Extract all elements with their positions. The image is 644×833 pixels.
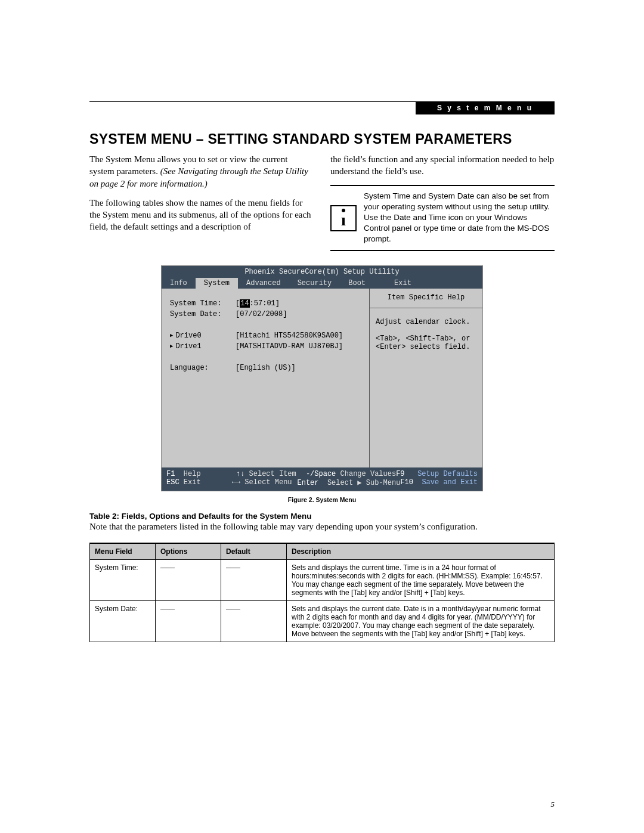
bios-tab-info[interactable]: Info [162, 278, 196, 289]
header-rule: S y s t e m M e n u [89, 101, 555, 102]
info-text: System Time and System Date can also be … [364, 191, 555, 245]
intro-paragraph-1: The System Menu allows you to set or vie… [89, 153, 314, 190]
body-columns: The System Menu allows you to set or vie… [89, 153, 555, 251]
bios-value-drive1: [MATSHITADVD-RAM UJ870BJ] [236, 342, 363, 351]
bios-row-system-time[interactable]: System Time: [14:57:01] [170, 299, 363, 308]
bios-tab-security[interactable]: Security [289, 278, 340, 289]
cell-menu-field: System Time: [90, 559, 156, 600]
cell-options: —— [156, 559, 221, 600]
bios-value-language[interactable]: [English (US)] [236, 364, 363, 372]
bios-footer: F1 Help ↑↓ Select Item -/Space Change Va… [162, 467, 482, 491]
table-row: System Date: —— —— Sets and displays the… [90, 600, 555, 642]
bios-label-drive0: Drive0 [170, 332, 236, 340]
cell-default: —— [221, 559, 287, 600]
cell-default: —— [221, 600, 287, 642]
cell-menu-field: System Date: [90, 600, 156, 642]
figure-caption: Figure 2. System Menu [89, 496, 555, 503]
page-title: SYSTEM MENU – SETTING STANDARD SYSTEM PA… [89, 131, 555, 147]
info-callout: ı System Time and System Date can also b… [330, 185, 555, 251]
bios-label-system-time: System Time: [170, 299, 236, 308]
bios-label-language: Language: [170, 364, 236, 372]
cell-description: Sets and displays the current time. Time… [287, 559, 555, 600]
bios-value-system-date[interactable]: [07/02/2008] [236, 310, 363, 318]
params-table: Menu Field Options Default Description S… [89, 543, 555, 642]
th-options: Options [156, 543, 221, 560]
bios-tab-exit[interactable]: Exit [386, 278, 420, 289]
bios-value-system-time[interactable]: [14:57:01] [236, 299, 363, 308]
intro-paragraph-3: the field’s function and any special inf… [330, 153, 555, 178]
bios-help-line2: <Tab>, <Shift-Tab>, or [376, 335, 476, 343]
bios-help-title: Item Specific Help [376, 293, 476, 302]
bios-body: System Time: [14:57:01] System Date: [07… [162, 289, 482, 467]
bios-row-drive1[interactable]: Drive1 [MATSHITADVD-RAM UJ870BJ] [170, 342, 363, 351]
bios-tab-bar: Info System Advanced Security Boot Exit [162, 278, 482, 289]
bios-row-language[interactable]: Language: [English (US)] [170, 364, 363, 372]
bios-label-system-date: System Date: [170, 310, 236, 318]
table-note: Note that the parameters listed in the f… [89, 522, 555, 532]
th-description: Description [287, 543, 555, 560]
bios-help-line1: Adjust calendar clock. [376, 318, 476, 326]
cell-description: Sets and displays the current date. Date… [287, 600, 555, 642]
th-menu-field: Menu Field [90, 543, 156, 560]
bios-cursor: 14 [240, 299, 249, 308]
info-icon: ı [330, 205, 357, 231]
bios-tab-advanced[interactable]: Advanced [238, 278, 289, 289]
bios-left-pane: System Time: [14:57:01] System Date: [07… [162, 289, 369, 467]
bios-tab-system[interactable]: System [196, 278, 238, 289]
th-default: Default [221, 543, 287, 560]
intro-paragraph-2: The following tables show the names of t… [89, 197, 314, 233]
bios-title: Phoenix SecureCore(tm) Setup Utility [162, 266, 482, 278]
bios-help-line3: <Enter> selects field. [376, 343, 476, 351]
bios-row-drive0[interactable]: Drive0 [Hitachi HTS542580K9SA00] [170, 332, 363, 340]
bios-label-drive1: Drive1 [170, 342, 236, 351]
table-row: System Time: —— —— Sets and displays the… [90, 559, 555, 600]
table-title: Table 2: Fields, Options and Defaults fo… [89, 512, 555, 521]
bios-row-system-date[interactable]: System Date: [07/02/2008] [170, 310, 363, 318]
cell-options: —— [156, 600, 221, 642]
section-badge: S y s t e m M e n u [416, 101, 555, 114]
bios-help-pane: Item Specific Help Adjust calendar clock… [369, 289, 482, 467]
page-number: 5 [551, 800, 555, 809]
bios-tab-boot[interactable]: Boot [340, 278, 374, 289]
bios-screenshot: Phoenix SecureCore(tm) Setup Utility Inf… [161, 265, 483, 491]
bios-value-drive0: [Hitachi HTS542580K9SA00] [236, 332, 363, 340]
